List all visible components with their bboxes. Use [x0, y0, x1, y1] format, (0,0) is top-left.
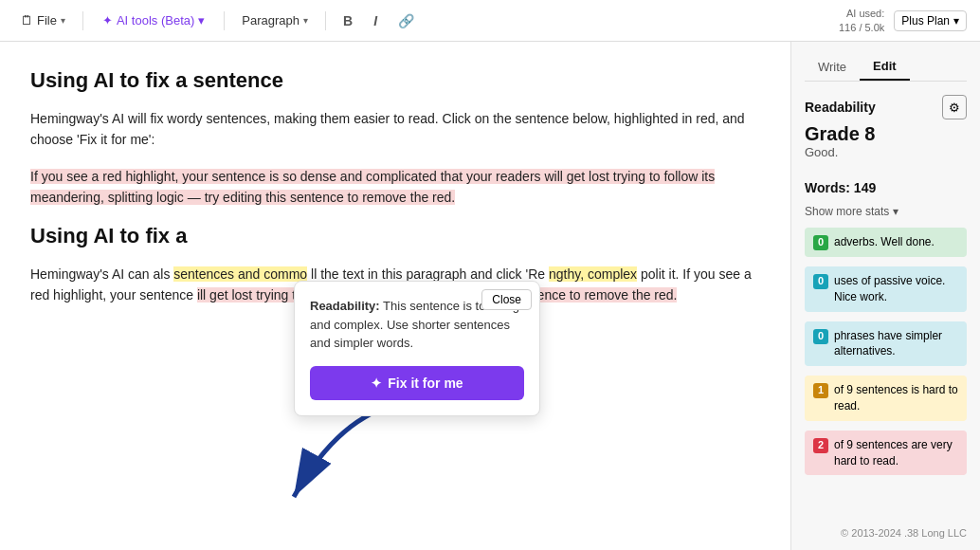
- fix-it-label: Fix it for me: [388, 376, 463, 391]
- link-button[interactable]: 🔗: [390, 9, 422, 32]
- stat-badge-adverbs: 0 adverbs. Well done.: [805, 228, 967, 257]
- readability-settings-icon[interactable]: ⚙: [942, 95, 967, 119]
- toolbar: 🗒 File ▾ ✦ AI tools (Beta) ▾ Paragraph ▾…: [0, 0, 980, 42]
- tab-write[interactable]: Write: [805, 53, 860, 81]
- ai-used-display: AI used: 116 / 5.0k: [839, 7, 884, 34]
- passive-text: uses of passive voice. Nice work.: [834, 273, 958, 305]
- file-button[interactable]: 🗒 File ▾: [13, 9, 73, 31]
- show-more-chevron-icon: ▾: [893, 205, 898, 218]
- toolbar-right: AI used: 116 / 5.0k Plus Plan ▾: [839, 7, 967, 34]
- plan-selector[interactable]: Plus Plan ▾: [894, 10, 967, 31]
- paragraph-label: Paragraph: [242, 13, 299, 28]
- very-hard-count: 2: [813, 438, 828, 453]
- show-more-stats-label: Show more stats: [805, 205, 889, 218]
- adverbs-count: 0: [813, 235, 828, 250]
- show-more-stats[interactable]: Show more stats ▾: [805, 205, 967, 218]
- good-text: Good.: [805, 145, 967, 159]
- fix-it-sparkle-icon: ✦: [371, 376, 382, 391]
- hard-text: of 9 sentences is hard to read.: [834, 382, 958, 414]
- para2-yellow1: sentences and commo: [173, 266, 307, 282]
- tab-edit[interactable]: Edit: [860, 53, 910, 81]
- paragraph-1: Hemingway's AI will fix wordy sentences,…: [30, 108, 760, 151]
- toolbar-divider-2: [224, 11, 225, 30]
- file-label: File: [37, 13, 57, 28]
- paragraph-chevron-icon: ▾: [303, 15, 308, 26]
- ai-tools-chevron-icon: ▾: [198, 13, 205, 28]
- plan-chevron-icon: ▾: [953, 14, 959, 28]
- bold-button[interactable]: B: [336, 9, 360, 32]
- readability-title: Readability: [805, 100, 876, 115]
- stat-badge-very-hard: 2 of 9 sentences are very hard to read.: [805, 431, 967, 476]
- sidebar-tabs: Write Edit: [805, 53, 967, 82]
- stat-badge-hard: 1 of 9 sentences is hard to read.: [805, 376, 967, 421]
- ai-count: 116 / 5.0k: [839, 21, 884, 34]
- ai-tools-button[interactable]: ✦ AI tools (Beta) ▾: [93, 9, 214, 31]
- main-area: Using AI to fix a sentence Hemingway's A…: [0, 42, 980, 550]
- very-hard-text: of 9 sentences are very hard to read.: [834, 437, 958, 469]
- editor[interactable]: Using AI to fix a sentence Hemingway's A…: [0, 42, 790, 550]
- readability-header: Readability ⚙: [805, 95, 967, 119]
- ai-used-label: AI used:: [846, 7, 884, 20]
- close-button[interactable]: Close: [481, 289, 532, 310]
- file-doc-icon: 🗒: [21, 13, 33, 28]
- stat-badge-passive: 0 uses of passive voice. Nice work.: [805, 266, 967, 312]
- para2-after: ll the text in this paragraph and click …: [311, 266, 545, 282]
- plan-label: Plus Plan: [901, 14, 950, 28]
- heading-2: Using AI to fix a: [30, 224, 760, 248]
- readability-section: Readability ⚙ Grade 8 Good.: [805, 95, 967, 159]
- popup-readability-label: Readability:: [310, 299, 380, 313]
- toolbar-divider-3: [325, 11, 326, 30]
- phrases-text: phrases have simpler alternatives.: [834, 328, 958, 360]
- highlighted-sentence: If you see a red highlight, your sentenc…: [30, 169, 715, 205]
- toolbar-left: 🗒 File ▾ ✦ AI tools (Beta) ▾ Paragraph ▾…: [13, 9, 831, 32]
- file-chevron-icon: ▾: [61, 15, 65, 26]
- hard-count: 1: [813, 383, 828, 398]
- heading-2-text: Using AI to fix a: [30, 224, 187, 248]
- sparkle-icon: ✦: [102, 13, 113, 28]
- passive-count: 0: [813, 274, 828, 289]
- italic-button[interactable]: I: [366, 9, 385, 32]
- fix-it-button[interactable]: ✦ Fix it for me: [310, 366, 524, 400]
- highlighted-paragraph: If you see a red highlight, your sentenc…: [30, 166, 760, 209]
- adverbs-text: adverbs. Well done.: [834, 234, 935, 250]
- paragraph-selector[interactable]: Paragraph ▾: [234, 9, 316, 31]
- ai-tools-label: AI tools (Beta): [117, 13, 194, 28]
- words-count: Words: 149: [805, 180, 967, 195]
- sidebar: Write Edit Readability ⚙ Grade 8 Good. W…: [790, 42, 980, 550]
- heading-1: Using AI to fix a sentence: [30, 68, 760, 93]
- phrases-count: 0: [813, 329, 828, 344]
- para2-before: Hemingway's AI can als: [30, 266, 170, 282]
- footer-text: © 2013-2024 .38 Long LLC: [805, 520, 967, 539]
- toolbar-divider-1: [82, 11, 83, 30]
- grade-text: Grade 8: [805, 123, 967, 145]
- tooltip-popup: Close Readability: This sentence is too …: [294, 281, 540, 416]
- para2-yellow2: ngthy, complex: [549, 266, 637, 282]
- stat-badge-phrases: 0 phrases have simpler alternatives.: [805, 321, 967, 367]
